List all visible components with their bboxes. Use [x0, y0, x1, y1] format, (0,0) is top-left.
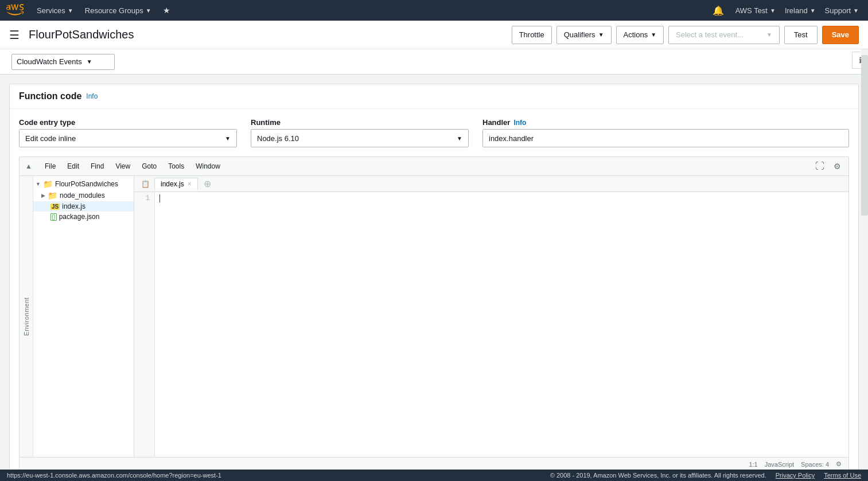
- code-entry-arrow-icon: ▼: [225, 135, 231, 142]
- runtime-group: Runtime Node.js 6.10 ▼: [251, 118, 469, 147]
- footer: https://eu-west-1.console.aws.amazon.com…: [0, 470, 868, 481]
- file-tree: Environment ▼ 📁 FlourPotSandwiches: [20, 176, 134, 457]
- code-entry-select[interactable]: Edit code inline ▼: [19, 129, 237, 147]
- hamburger-icon[interactable]: ☰: [9, 29, 20, 41]
- scrollbar-track: [861, 49, 868, 470]
- tab-index-js[interactable]: index.js ×: [154, 178, 198, 190]
- editor-menu-goto[interactable]: Goto: [137, 161, 161, 172]
- trigger-select[interactable]: CloudWatch Events ▼: [11, 54, 115, 70]
- services-caret-icon: ▼: [68, 7, 73, 14]
- index-js-icon: JS: [50, 204, 60, 210]
- nav-region[interactable]: Ireland ▼: [780, 0, 820, 21]
- test-event-select[interactable]: Select a test event... ▼: [668, 26, 780, 44]
- tree-index-js[interactable]: JS index.js: [33, 201, 134, 212]
- line-numbers: 1: [134, 192, 155, 457]
- header-actions: Throttle Qualifiers ▼ Actions ▼ Select a…: [512, 26, 859, 44]
- environment-label: Environment: [23, 297, 30, 335]
- tree-root-folder[interactable]: ▼ 📁 FlourPotSandwiches: [33, 178, 134, 190]
- nav-right: 🔔 AWS Test ▼ Ireland ▼ Support ▼: [706, 0, 863, 21]
- actions-button[interactable]: Actions ▼: [616, 26, 664, 44]
- notifications-icon[interactable]: 🔔: [706, 5, 731, 16]
- editor-menu-find[interactable]: Find: [86, 161, 108, 172]
- runtime-arrow-icon: ▼: [457, 135, 462, 142]
- package-json-icon: {}: [50, 213, 57, 221]
- section-body: Code entry type Edit code inline ▼ Runti…: [10, 109, 858, 480]
- trigger-bar: CloudWatch Events ▼: [0, 49, 868, 75]
- trigger-arrow-icon: ▼: [87, 58, 92, 65]
- handler-group: Handler Info: [482, 118, 849, 147]
- support-caret-icon: ▼: [853, 7, 859, 14]
- nav-account[interactable]: AWS Test ▼: [731, 0, 780, 21]
- editor-status-bar: 1:1 JavaScript Spaces: 4 ⚙: [20, 457, 848, 471]
- function-code-section: Function code Info Code entry type Edit …: [9, 84, 859, 481]
- account-caret-icon: ▼: [770, 7, 776, 14]
- nav-favorites-icon[interactable]: ★: [158, 6, 175, 15]
- editor-body: Environment ▼ 📁 FlourPotSandwiches: [20, 176, 848, 457]
- runtime-label: Runtime: [251, 118, 469, 127]
- form-row: Code entry type Edit code inline ▼ Runti…: [19, 118, 849, 147]
- root-folder-icon: 📁: [43, 179, 53, 189]
- root-caret-icon: ▼: [36, 181, 41, 187]
- tree-node-modules[interactable]: ▶ 📁 node_modules: [33, 190, 134, 201]
- node-modules-caret-icon: ▶: [41, 193, 45, 198]
- editor-collapse-button[interactable]: ▲: [24, 162, 33, 170]
- region-caret-icon: ▼: [810, 7, 816, 14]
- code-editor-content[interactable]: [155, 192, 848, 457]
- code-entry-label: Code entry type: [19, 118, 237, 127]
- code-entry-group: Code entry type Edit code inline ▼: [19, 118, 237, 147]
- page-title: FlourPotSandwiches: [29, 28, 512, 41]
- scrollbar-thumb[interactable]: [861, 55, 868, 216]
- editor-toolbar-right: ⛶ ⚙: [813, 159, 844, 173]
- qualifiers-button[interactable]: Qualifiers ▼: [556, 26, 612, 44]
- editor-expand-icon[interactable]: ⛶: [813, 159, 827, 173]
- top-nav: Services ▼ Resource Groups ▼ ★ 🔔 AWS Tes…: [0, 0, 868, 21]
- section-header: Function code Info: [10, 84, 858, 109]
- resource-groups-caret-icon: ▼: [146, 7, 151, 14]
- tab-copy-icon[interactable]: 📋: [139, 180, 152, 188]
- function-code-info-link[interactable]: Info: [86, 92, 98, 100]
- section-title: Function code: [19, 91, 81, 101]
- nav-support[interactable]: Support ▼: [820, 0, 863, 21]
- node-modules-folder-icon: 📁: [48, 191, 57, 200]
- editor-menu-window[interactable]: Window: [191, 161, 225, 172]
- nav-services[interactable]: Services ▼: [32, 0, 78, 21]
- editor-toolbar-left: ▲ File Edit Find View Goto Tools Window: [24, 161, 813, 172]
- save-button[interactable]: Save: [822, 26, 859, 44]
- text-cursor: [159, 194, 160, 202]
- qualifiers-arrow-icon: ▼: [598, 32, 604, 38]
- actions-arrow-icon: ▼: [651, 32, 656, 38]
- editor-toolbar: ▲ File Edit Find View Goto Tools Window …: [20, 157, 848, 176]
- aws-logo[interactable]: [5, 3, 25, 17]
- nav-resource-groups[interactable]: Resource Groups ▼: [80, 0, 156, 21]
- handler-input[interactable]: [482, 129, 849, 147]
- footer-privacy-link[interactable]: Privacy Policy: [776, 472, 815, 479]
- file-tree-content: ▼ 📁 FlourPotSandwiches ▶ 📁 node_modules: [33, 176, 134, 224]
- code-editor: ▲ File Edit Find View Goto Tools Window …: [19, 157, 849, 471]
- main-content: CloudWatch Events ▼ Function code Info C…: [0, 49, 868, 481]
- test-button[interactable]: Test: [784, 26, 818, 44]
- editor-menu-view[interactable]: View: [111, 161, 135, 172]
- cursor-line: [159, 194, 844, 202]
- footer-terms-link[interactable]: Terms of Use: [824, 472, 861, 479]
- handler-label: Handler Info: [482, 118, 849, 127]
- code-content-area[interactable]: 1: [134, 192, 848, 457]
- editor-status-settings-icon[interactable]: ⚙: [836, 460, 842, 468]
- editor-menu-edit[interactable]: Edit: [63, 161, 84, 172]
- runtime-select[interactable]: Node.js 6.10 ▼: [251, 129, 469, 147]
- tab-add-icon[interactable]: ⊕: [200, 178, 215, 189]
- editor-menu-file[interactable]: File: [40, 161, 60, 172]
- second-bar: ☰ FlourPotSandwiches Throttle Qualifiers…: [0, 21, 868, 49]
- tree-package-json[interactable]: {} package.json: [33, 212, 134, 222]
- code-area[interactable]: 📋 index.js × ⊕ 1: [134, 176, 848, 457]
- footer-url: https://eu-west-1.console.aws.amazon.com…: [7, 472, 546, 479]
- footer-right: © 2008 - 2019, Amazon Web Services, Inc.…: [550, 472, 861, 479]
- test-event-arrow-icon: ▼: [766, 32, 772, 38]
- tab-close-icon[interactable]: ×: [188, 180, 192, 188]
- editor-tabs: 📋 index.js × ⊕: [134, 176, 848, 192]
- handler-info-link[interactable]: Info: [513, 119, 526, 127]
- editor-menu-tools[interactable]: Tools: [164, 161, 189, 172]
- throttle-button[interactable]: Throttle: [512, 26, 552, 44]
- editor-settings-icon[interactable]: ⚙: [830, 159, 844, 173]
